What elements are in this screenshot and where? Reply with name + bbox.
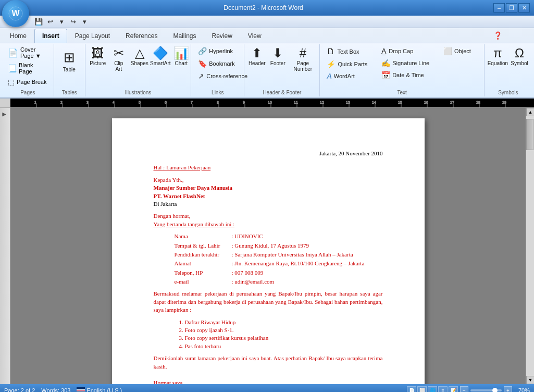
web-layout-btn[interactable]: 🌐 <box>428 386 437 392</box>
undo-quick-btn[interactable]: ↩ <box>45 17 55 27</box>
cover-page-button[interactable]: 📄 Cover Page ▼ <box>5 45 51 60</box>
ribbon-group-symbols: π Equation Ω Symbol Symbols <box>485 44 532 96</box>
zoom-thumb[interactable] <box>492 388 498 392</box>
blank-page-button[interactable]: 📃 Blank Page <box>5 61 51 76</box>
text-group-label: Text <box>320 90 483 95</box>
symbol-icon: Ω <box>515 47 524 59</box>
text-box-label: Text Box <box>337 48 359 55</box>
tables-group-content: ⊞ Table <box>57 45 82 95</box>
tab-home[interactable]: Home <box>2 29 34 43</box>
symbol-button[interactable]: Ω Symbol <box>510 45 529 68</box>
svg-text:2: 2 <box>60 101 63 104</box>
tab-insert[interactable]: Insert <box>34 29 67 43</box>
ribbon: Home Insert Page Layout References Maili… <box>0 28 534 99</box>
customize-quick-btn[interactable]: ▾ <box>79 17 90 27</box>
redo-quick-btn[interactable]: ↪ <box>68 17 78 27</box>
vertical-scrollbar: ▲ ▼ <box>526 108 534 384</box>
picture-button[interactable]: 🖼 Picture <box>89 45 107 68</box>
smart-art-button[interactable]: 🔷 SmartArt <box>151 45 170 68</box>
doc-di: Di Jakarta <box>154 200 383 208</box>
svg-text:7: 7 <box>191 101 193 104</box>
object-button[interactable]: ⬜ Object <box>440 45 475 57</box>
clip-art-button[interactable]: ✂ Clip Art <box>109 45 128 74</box>
zoom-slider[interactable] <box>470 389 502 391</box>
header-button[interactable]: ⬆ Header <box>247 45 266 68</box>
outline-btn[interactable]: ≡ <box>438 386 448 392</box>
drop-cap-icon: A̲ <box>381 47 387 55</box>
illustrations-group-label: Illustrations <box>85 90 191 95</box>
cross-reference-button[interactable]: ↗ Cross-reference <box>194 70 251 82</box>
tab-view[interactable]: View <box>240 29 269 43</box>
status-left: Page: 2 of 2 Words: 303 English (U.S.) <box>4 387 122 392</box>
ribbon-group-tables: ⊞ Table Tables <box>54 44 85 96</box>
doc-sign: Hormat saya, UDINOVIC <box>154 379 383 384</box>
ruler-area: 1 2 3 4 5 6 7 8 9 10 11 12 13 14 15 16 1… <box>0 99 534 108</box>
shapes-button[interactable]: △ Shapes <box>130 45 149 68</box>
document-area[interactable]: Jakarta, 20 November 2010 Hal : Lamaran … <box>10 108 526 384</box>
quick-access-toolbar: 💾 ↩ ▾ ↪ ▾ <box>0 16 534 28</box>
page-break-button[interactable]: ⬚ Page Break <box>5 77 49 87</box>
close-button[interactable]: ✕ <box>518 3 530 13</box>
drop-cap-label: Drop Cap <box>389 48 413 54</box>
draft-btn[interactable]: 📝 <box>449 386 458 392</box>
symbols-group-content: π Equation Ω Symbol <box>488 45 529 95</box>
zoom-controls: − + 70% <box>460 386 530 392</box>
signature-label: Signature Line <box>392 60 429 66</box>
tab-references[interactable]: References <box>118 29 165 43</box>
ribbon-help-btn[interactable]: ❓ <box>492 31 503 40</box>
ruler-corner <box>0 99 10 108</box>
doc-para2: Demikianlah surat lamaran pekerjaan ini … <box>154 354 383 371</box>
doc-intro: Yang bertanda tangan dibawah ini : <box>154 220 383 228</box>
text-box-icon: 🗋 <box>327 47 335 56</box>
document: Jakarta, 20 November 2010 Hal : Lamaran … <box>112 118 425 384</box>
zoom-out-button[interactable]: − <box>460 386 468 392</box>
word-art-button[interactable]: A WordArt <box>323 70 358 82</box>
status-right: 📄 ⬜ 🌐 ≡ 📝 − + 70% <box>407 386 530 392</box>
doc-fields-table: Nama: UDINOVICTempat & tgl. Lahir: Gunun… <box>175 232 383 286</box>
scroll-down-button[interactable]: ▼ <box>526 376 534 384</box>
doc-hal: Hal : Lamaran Pekerjaan <box>154 164 383 172</box>
scroll-track <box>526 116 534 376</box>
hyperlink-label: Hyperlink <box>209 48 233 54</box>
equation-button[interactable]: π Equation <box>488 45 508 68</box>
word-count: Words: 303 <box>41 387 70 392</box>
header-icon: ⬆ <box>252 47 262 59</box>
tab-mailings[interactable]: Mailings <box>165 29 204 43</box>
save-quick-btn[interactable]: 💾 <box>33 17 44 27</box>
svg-text:3: 3 <box>86 101 89 104</box>
page-number-button[interactable]: # Page Number <box>289 45 316 74</box>
drop-cap-button[interactable]: A̲ Drop Cap <box>378 45 417 57</box>
minimize-button[interactable]: – <box>493 3 505 13</box>
bookmark-button[interactable]: 🔖 Bookmark <box>194 58 239 69</box>
office-orb[interactable]: W <box>2 0 29 27</box>
hyperlink-button[interactable]: 🔗 Hyperlink <box>194 45 237 57</box>
scroll-up-button[interactable]: ▲ <box>526 108 534 116</box>
tab-page-layout[interactable]: Page Layout <box>67 29 118 43</box>
zoom-in-button[interactable]: + <box>504 386 512 392</box>
svg-text:13: 13 <box>346 101 350 104</box>
print-layout-btn[interactable]: 📄 <box>407 386 416 392</box>
tab-review[interactable]: Review <box>204 29 240 43</box>
full-screen-btn[interactable]: ⬜ <box>417 386 427 392</box>
cross-ref-label: Cross-reference <box>206 73 247 79</box>
undo-dropdown-btn[interactable]: ▾ <box>56 17 67 27</box>
signature-line-button[interactable]: ✍ Signature Line <box>378 57 433 69</box>
footer-button[interactable]: ⬇ Footer <box>268 45 287 68</box>
text-box-button[interactable]: 🗋 Text Box <box>323 45 363 58</box>
svg-text:18: 18 <box>476 101 480 104</box>
doc-hormat-section: Dengan hormat, Yang bertanda tangan diba… <box>154 212 383 228</box>
svg-text:9: 9 <box>243 101 245 104</box>
svg-rect-45 <box>77 391 85 392</box>
date-time-button[interactable]: 📅 Date & Time <box>378 69 428 81</box>
ribbon-content: 📄 Cover Page ▼ 📃 Blank Page ⬚ Page Break… <box>0 43 534 97</box>
lang-indicator: English (U.S.) <box>77 387 122 392</box>
svg-text:14: 14 <box>372 101 376 104</box>
quick-parts-button[interactable]: ⚡ Quick Parts <box>323 58 371 70</box>
chart-button[interactable]: 📊 Chart <box>172 45 191 68</box>
date-time-icon: 📅 <box>381 71 390 79</box>
table-button[interactable]: ⊞ Table <box>57 45 81 77</box>
doc-company: PT. Warnet FlashNet <box>154 192 383 200</box>
scroll-thumb[interactable] <box>526 119 533 150</box>
bookmark-icon: 🔖 <box>198 59 207 68</box>
restore-button[interactable]: ❐ <box>506 3 517 13</box>
